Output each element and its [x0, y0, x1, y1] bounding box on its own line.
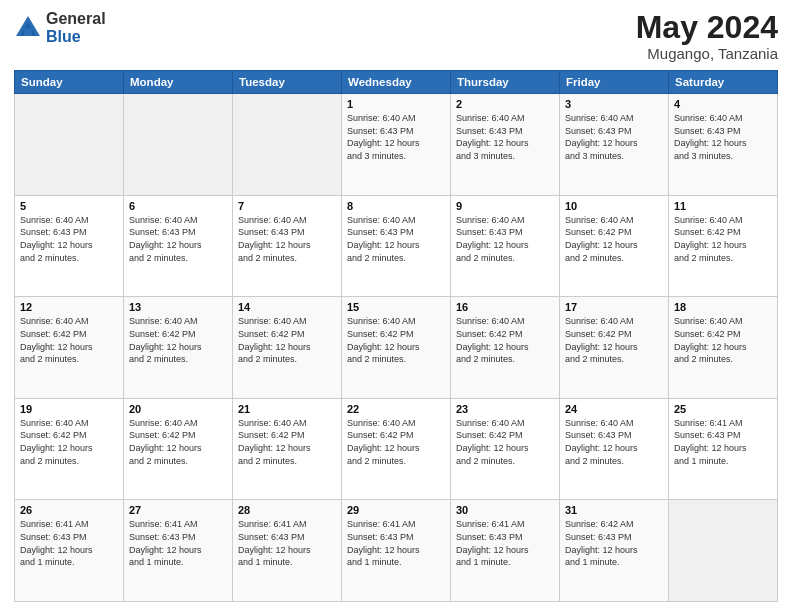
calendar-cell: 19Sunrise: 6:40 AM Sunset: 6:42 PM Dayli…: [15, 398, 124, 500]
day-number: 19: [20, 403, 118, 415]
day-number: 20: [129, 403, 227, 415]
day-info: Sunrise: 6:40 AM Sunset: 6:43 PM Dayligh…: [347, 214, 445, 264]
day-info: Sunrise: 6:40 AM Sunset: 6:42 PM Dayligh…: [347, 417, 445, 467]
day-number: 26: [20, 504, 118, 516]
day-number: 27: [129, 504, 227, 516]
calendar-cell: 13Sunrise: 6:40 AM Sunset: 6:42 PM Dayli…: [124, 297, 233, 399]
calendar-cell: 27Sunrise: 6:41 AM Sunset: 6:43 PM Dayli…: [124, 500, 233, 602]
calendar-cell: 6Sunrise: 6:40 AM Sunset: 6:43 PM Daylig…: [124, 195, 233, 297]
calendar-cell: 3Sunrise: 6:40 AM Sunset: 6:43 PM Daylig…: [560, 94, 669, 196]
day-number: 16: [456, 301, 554, 313]
day-info: Sunrise: 6:40 AM Sunset: 6:43 PM Dayligh…: [456, 112, 554, 162]
day-number: 5: [20, 200, 118, 212]
day-number: 18: [674, 301, 772, 313]
calendar-cell: 10Sunrise: 6:40 AM Sunset: 6:42 PM Dayli…: [560, 195, 669, 297]
calendar-cell: 18Sunrise: 6:40 AM Sunset: 6:42 PM Dayli…: [669, 297, 778, 399]
day-info: Sunrise: 6:40 AM Sunset: 6:43 PM Dayligh…: [347, 112, 445, 162]
calendar-cell: 2Sunrise: 6:40 AM Sunset: 6:43 PM Daylig…: [451, 94, 560, 196]
day-number: 31: [565, 504, 663, 516]
day-info: Sunrise: 6:40 AM Sunset: 6:42 PM Dayligh…: [347, 315, 445, 365]
day-number: 1: [347, 98, 445, 110]
calendar-cell: 30Sunrise: 6:41 AM Sunset: 6:43 PM Dayli…: [451, 500, 560, 602]
day-info: Sunrise: 6:40 AM Sunset: 6:42 PM Dayligh…: [674, 214, 772, 264]
svg-rect-2: [24, 28, 32, 36]
day-number: 8: [347, 200, 445, 212]
calendar-cell: 31Sunrise: 6:42 AM Sunset: 6:43 PM Dayli…: [560, 500, 669, 602]
calendar-table: SundayMondayTuesdayWednesdayThursdayFrid…: [14, 70, 778, 602]
logo-text: General Blue: [46, 10, 106, 45]
calendar-cell: 28Sunrise: 6:41 AM Sunset: 6:43 PM Dayli…: [233, 500, 342, 602]
day-info: Sunrise: 6:42 AM Sunset: 6:43 PM Dayligh…: [565, 518, 663, 568]
day-info: Sunrise: 6:40 AM Sunset: 6:42 PM Dayligh…: [20, 315, 118, 365]
calendar-week-1: 5Sunrise: 6:40 AM Sunset: 6:43 PM Daylig…: [15, 195, 778, 297]
day-info: Sunrise: 6:40 AM Sunset: 6:42 PM Dayligh…: [565, 315, 663, 365]
day-info: Sunrise: 6:40 AM Sunset: 6:43 PM Dayligh…: [238, 214, 336, 264]
day-info: Sunrise: 6:40 AM Sunset: 6:43 PM Dayligh…: [674, 112, 772, 162]
day-info: Sunrise: 6:40 AM Sunset: 6:43 PM Dayligh…: [129, 214, 227, 264]
calendar-cell: [669, 500, 778, 602]
day-info: Sunrise: 6:41 AM Sunset: 6:43 PM Dayligh…: [456, 518, 554, 568]
calendar-cell: 20Sunrise: 6:40 AM Sunset: 6:42 PM Dayli…: [124, 398, 233, 500]
day-info: Sunrise: 6:40 AM Sunset: 6:42 PM Dayligh…: [20, 417, 118, 467]
calendar-cell: 25Sunrise: 6:41 AM Sunset: 6:43 PM Dayli…: [669, 398, 778, 500]
logo-general-text: General: [46, 10, 106, 28]
day-info: Sunrise: 6:40 AM Sunset: 6:42 PM Dayligh…: [565, 214, 663, 264]
day-info: Sunrise: 6:40 AM Sunset: 6:42 PM Dayligh…: [456, 315, 554, 365]
calendar-cell: 7Sunrise: 6:40 AM Sunset: 6:43 PM Daylig…: [233, 195, 342, 297]
day-number: 10: [565, 200, 663, 212]
day-info: Sunrise: 6:40 AM Sunset: 6:43 PM Dayligh…: [456, 214, 554, 264]
calendar-cell: 11Sunrise: 6:40 AM Sunset: 6:42 PM Dayli…: [669, 195, 778, 297]
calendar-cell: 23Sunrise: 6:40 AM Sunset: 6:42 PM Dayli…: [451, 398, 560, 500]
day-number: 25: [674, 403, 772, 415]
day-number: 29: [347, 504, 445, 516]
page: General Blue May 2024 Mugango, Tanzania …: [0, 0, 792, 612]
calendar-week-4: 26Sunrise: 6:41 AM Sunset: 6:43 PM Dayli…: [15, 500, 778, 602]
day-number: 3: [565, 98, 663, 110]
calendar-cell: 16Sunrise: 6:40 AM Sunset: 6:42 PM Dayli…: [451, 297, 560, 399]
calendar-cell: 14Sunrise: 6:40 AM Sunset: 6:42 PM Dayli…: [233, 297, 342, 399]
calendar-cell: 22Sunrise: 6:40 AM Sunset: 6:42 PM Dayli…: [342, 398, 451, 500]
calendar-cell: 17Sunrise: 6:40 AM Sunset: 6:42 PM Dayli…: [560, 297, 669, 399]
day-info: Sunrise: 6:41 AM Sunset: 6:43 PM Dayligh…: [347, 518, 445, 568]
calendar-cell: 21Sunrise: 6:40 AM Sunset: 6:42 PM Dayli…: [233, 398, 342, 500]
calendar-cell: 29Sunrise: 6:41 AM Sunset: 6:43 PM Dayli…: [342, 500, 451, 602]
day-header-wednesday: Wednesday: [342, 71, 451, 94]
day-header-tuesday: Tuesday: [233, 71, 342, 94]
logo: General Blue: [14, 10, 106, 45]
day-header-saturday: Saturday: [669, 71, 778, 94]
calendar-cell: 24Sunrise: 6:40 AM Sunset: 6:43 PM Dayli…: [560, 398, 669, 500]
header: General Blue May 2024 Mugango, Tanzania: [14, 10, 778, 62]
day-number: 24: [565, 403, 663, 415]
day-number: 9: [456, 200, 554, 212]
day-number: 2: [456, 98, 554, 110]
day-info: Sunrise: 6:41 AM Sunset: 6:43 PM Dayligh…: [129, 518, 227, 568]
day-number: 15: [347, 301, 445, 313]
day-info: Sunrise: 6:41 AM Sunset: 6:43 PM Dayligh…: [674, 417, 772, 467]
calendar-cell: 4Sunrise: 6:40 AM Sunset: 6:43 PM Daylig…: [669, 94, 778, 196]
calendar-cell: 15Sunrise: 6:40 AM Sunset: 6:42 PM Dayli…: [342, 297, 451, 399]
day-number: 23: [456, 403, 554, 415]
day-header-sunday: Sunday: [15, 71, 124, 94]
day-number: 21: [238, 403, 336, 415]
logo-icon: [14, 14, 42, 42]
calendar-cell: [124, 94, 233, 196]
day-number: 30: [456, 504, 554, 516]
day-number: 22: [347, 403, 445, 415]
day-info: Sunrise: 6:40 AM Sunset: 6:42 PM Dayligh…: [238, 315, 336, 365]
calendar-cell: [233, 94, 342, 196]
calendar-cell: 26Sunrise: 6:41 AM Sunset: 6:43 PM Dayli…: [15, 500, 124, 602]
calendar-cell: 8Sunrise: 6:40 AM Sunset: 6:43 PM Daylig…: [342, 195, 451, 297]
calendar-week-2: 12Sunrise: 6:40 AM Sunset: 6:42 PM Dayli…: [15, 297, 778, 399]
day-number: 4: [674, 98, 772, 110]
day-header-friday: Friday: [560, 71, 669, 94]
day-number: 14: [238, 301, 336, 313]
calendar-header-row: SundayMondayTuesdayWednesdayThursdayFrid…: [15, 71, 778, 94]
month-title: May 2024: [636, 10, 778, 45]
day-number: 6: [129, 200, 227, 212]
day-info: Sunrise: 6:40 AM Sunset: 6:42 PM Dayligh…: [129, 315, 227, 365]
location: Mugango, Tanzania: [636, 45, 778, 62]
calendar-week-0: 1Sunrise: 6:40 AM Sunset: 6:43 PM Daylig…: [15, 94, 778, 196]
day-info: Sunrise: 6:41 AM Sunset: 6:43 PM Dayligh…: [20, 518, 118, 568]
day-info: Sunrise: 6:40 AM Sunset: 6:42 PM Dayligh…: [674, 315, 772, 365]
calendar-cell: 9Sunrise: 6:40 AM Sunset: 6:43 PM Daylig…: [451, 195, 560, 297]
